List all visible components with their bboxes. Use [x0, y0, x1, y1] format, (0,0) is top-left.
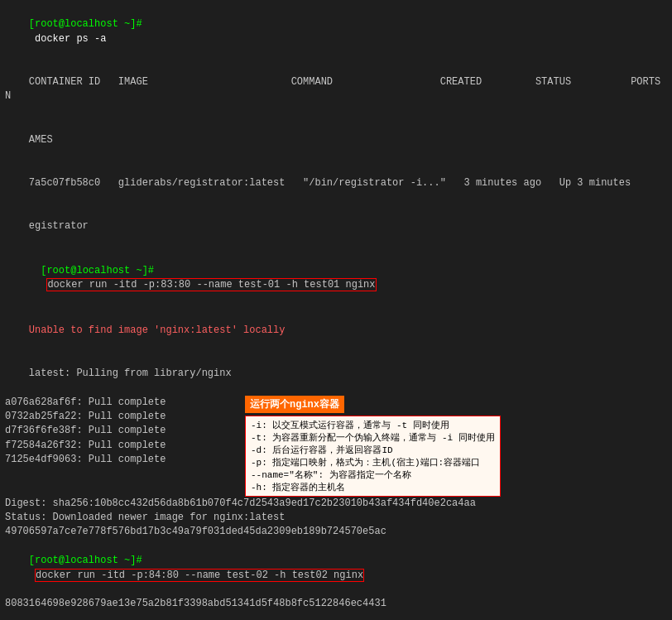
cmd-1-text: docker ps -a [29, 33, 107, 45]
terminal: [root@localhost ~]# docker ps -a CONTAIN… [0, 0, 672, 620]
ann1-line: -i: 以交互模式运行容器，通常与 -t 同时使用 [251, 419, 495, 431]
pull-1: a076a628af6f: Pull complete [5, 396, 237, 410]
pull-2: 0732ab25fa22: Pull complete [5, 410, 237, 424]
nginx-label: 运行两个nginx容器 [245, 396, 344, 413]
ann6-line: -h: 指定容器的主机名 [251, 481, 495, 493]
header-text-1: CONTAINER ID IMAGE COMMAND CREATED STATU… [5, 76, 672, 102]
ps-header-1: CONTAINER ID IMAGE COMMAND CREATED STATU… [5, 61, 667, 119]
prompt-2: [root@localhost ~]# [41, 265, 154, 276]
unable-1: Unable to find image 'nginx:latest' loca… [5, 309, 667, 352]
cmd3-boxed: docker run -itd -p:84:80 --name test-02 … [35, 569, 364, 582]
ann4-line: -p: 指定端口映射，格式为：主机(宿主)端口:容器端口 [251, 456, 495, 469]
ann3-line: -d: 后台运行容器，并返回容器ID [251, 444, 495, 456]
digest-1: Digest: sha256:10b8cc432d56da8b61b070f4c… [5, 497, 667, 511]
annotation-block-1: 运行两个nginx容器 -i: 以交互模式运行容器，通常与 -t 同时使用 -t… [245, 396, 501, 497]
ps-row-1a: 7a5c07fb58c0 gliderabs/registrator:lates… [5, 161, 667, 204]
hash-2: 8083164698e928679ae13e75a2b81f3398abd513… [5, 597, 667, 611]
latest-1: latest: Pulling from library/nginx [5, 352, 667, 395]
cmd4-left: [root@localhost ~]# docker run -itd -p:8… [5, 612, 388, 620]
pull-lines: a076a628af6f: Pull complete 0732ab25fa22… [5, 396, 237, 468]
pull-4: f72584a26f32: Pull complete [5, 439, 237, 453]
prompt-3: [root@localhost ~]# [29, 555, 142, 566]
row1-data: 7a5c07fb58c0 gliderabs/registrator:lates… [29, 177, 631, 189]
cmd3-text [29, 570, 35, 581]
annotation-list: -i: 以交互模式运行容器，通常与 -t 同时使用 -t: 为容器重新分配一个伪… [245, 416, 501, 497]
hash-1: 49706597a7ce7e778f576bd17b3c49a79f031ded… [5, 525, 667, 539]
ann2-line: -t: 为容器重新分配一个伪输入终端，通常与 -i 同时使用 [251, 431, 495, 444]
cmd-line-3: [root@localhost ~]# docker run -itd -p:8… [5, 540, 667, 598]
cmd-line-1: [root@localhost ~]# docker ps -a [5, 3, 667, 61]
prompt-1: [root@localhost ~]# [29, 18, 142, 30]
cmd-line-4: [root@localhost ~]# docker run -itd -p:8… [5, 612, 388, 620]
pulls-section: a076a628af6f: Pull complete 0732ab25fa22… [5, 396, 667, 497]
cmd2-section: [root@localhost ~]# docker run -itd -p:8… [5, 250, 667, 308]
pull-5: 7125e4df9063: Pull complete [5, 453, 237, 467]
header-ames: AMES [29, 134, 53, 146]
ps-header-1b: AMES [5, 118, 667, 161]
ann5-line: --name="名称": 为容器指定一个名称 [251, 469, 495, 481]
cmd4-section: [root@localhost ~]# docker run -itd -p:8… [5, 612, 667, 620]
cmd2-boxed: docker run -itd -p:83:80 --name test-01 … [46, 278, 376, 291]
row1-name: egistrator [29, 220, 89, 232]
ps-row-1b: egistrator [5, 204, 667, 248]
cmd-line-2: [root@localhost ~]# docker run -itd -p:8… [5, 250, 667, 308]
pull-3: d7f36f6fe38f: Pull complete [5, 424, 237, 438]
status-1: Status: Downloaded newer image for nginx… [5, 511, 667, 525]
